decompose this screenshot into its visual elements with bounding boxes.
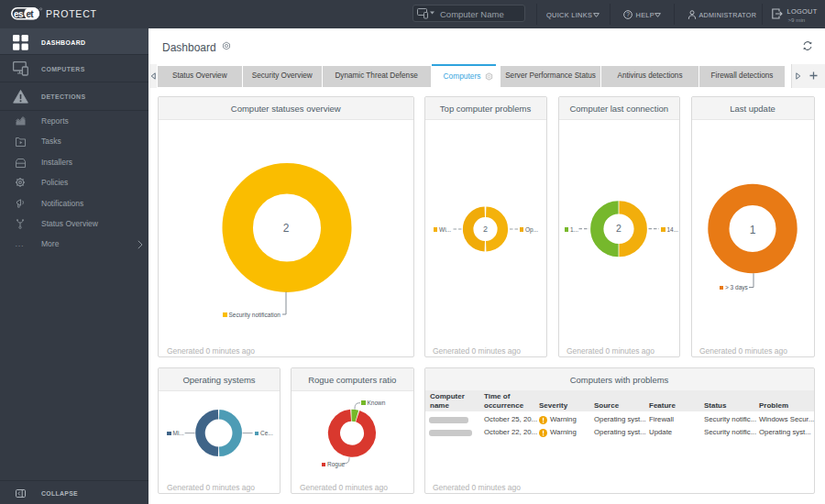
svg-text:et: et <box>26 9 34 19</box>
svg-text:?: ? <box>626 11 630 17</box>
svg-text:es: es <box>14 9 24 19</box>
